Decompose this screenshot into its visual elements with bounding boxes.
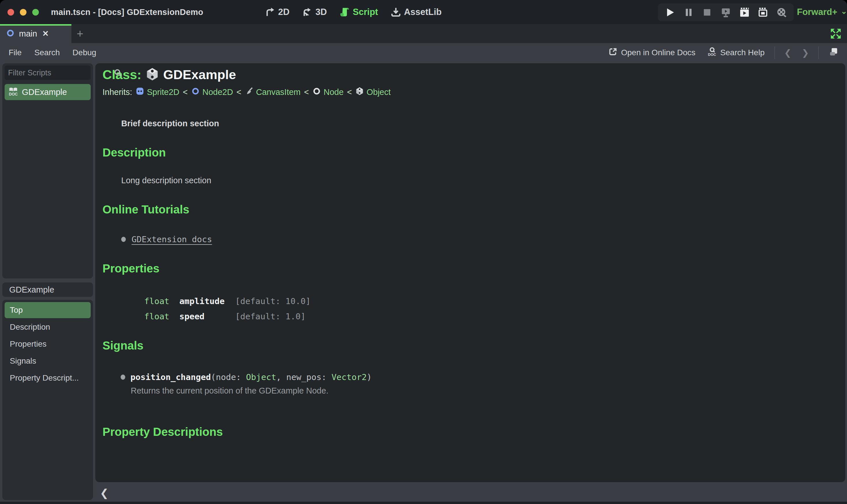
node2d-icon	[191, 87, 200, 97]
open-online-docs-button[interactable]: Open in Online Docs	[604, 47, 700, 58]
signal-args: )	[367, 372, 372, 382]
class-name: GDExample	[163, 67, 236, 82]
play-button[interactable]	[663, 6, 676, 19]
properties-table: float amplitude [default: 10.0] float sp…	[103, 296, 845, 321]
assetlib-icon	[391, 7, 401, 17]
inherits-link-canvasitem[interactable]: CanvasItem	[245, 87, 300, 97]
tab-3d-label: 3D	[315, 7, 327, 17]
bullet-icon	[121, 237, 126, 242]
script-list-panel: DOC GDExample	[2, 63, 93, 278]
collapse-panel-icon[interactable]: ❮	[100, 487, 108, 499]
inherits-name: Object	[366, 87, 391, 97]
inherits-separator: <	[236, 87, 241, 97]
section-item-signals[interactable]: Signals	[5, 353, 91, 369]
signal-arg-type-link[interactable]: Object	[246, 372, 276, 382]
title-bar: main.tscn - [Docs] GDExtensionDemo 2D 3D…	[0, 0, 847, 24]
section-item-top[interactable]: Top	[5, 302, 91, 318]
script-editor-menu-bar: File Search Debug Open in Online Docs DO…	[0, 43, 847, 62]
inherits-name: Node	[324, 87, 344, 97]
heading-property-descriptions: Property Descriptions	[103, 426, 845, 438]
zoom-window-button[interactable]	[32, 9, 39, 16]
svg-text:DOC: DOC	[9, 92, 18, 96]
filter-scripts-box	[5, 66, 91, 80]
inherits-link-node2d[interactable]: Node2D	[191, 87, 233, 97]
signal-description: Returns the current position of the GDEx…	[103, 386, 845, 396]
movie-maker-button[interactable]	[775, 6, 788, 19]
property-type-link[interactable]: float	[144, 296, 179, 306]
play-scene-button[interactable]	[738, 6, 751, 19]
search-help-button[interactable]: DOC Search Help	[703, 47, 769, 59]
filter-scripts-input[interactable]	[5, 69, 114, 77]
property-default: [default: 1.0]	[235, 311, 306, 321]
tab-3d[interactable]: 3D	[302, 7, 327, 17]
main-area: DOC GDExample GDExample Top Description …	[0, 62, 847, 504]
long-description: Long description section	[103, 176, 845, 185]
sprite2d-icon	[136, 87, 144, 97]
inherits-separator: <	[304, 87, 309, 97]
inherits-link-object[interactable]: Object	[355, 87, 391, 97]
play-remote-button[interactable]	[720, 6, 732, 19]
property-row: float amplitude [default: 10.0]	[144, 296, 845, 306]
doc-sections-panel: Top Description Properties Signals Prope…	[2, 300, 93, 500]
godot-editor-window: main.tscn - [Docs] GDExtensionDemo 2D 3D…	[0, 0, 847, 504]
scene-tab-bar: main ✕ +	[0, 24, 847, 43]
property-name-link[interactable]: amplitude	[179, 296, 235, 306]
menu-file[interactable]: File	[0, 48, 28, 57]
add-scene-tab-button[interactable]: +	[71, 24, 89, 43]
scene-tab-main[interactable]: main ✕	[0, 24, 71, 43]
menu-search[interactable]: Search	[28, 48, 66, 57]
gdextension-docs-link[interactable]: GDExtension docs	[132, 234, 212, 244]
macos-traffic-lights	[7, 9, 39, 16]
bullet-icon	[121, 375, 125, 380]
expand-editor-icon[interactable]	[829, 27, 842, 40]
external-link-icon	[608, 47, 618, 58]
divider	[818, 46, 819, 59]
property-row: float speed [default: 1.0]	[144, 311, 845, 321]
section-item-properties[interactable]: Properties	[5, 336, 91, 352]
section-item-description[interactable]: Description	[5, 319, 91, 335]
object-icon	[355, 87, 364, 97]
inherits-name: Sprite2D	[147, 87, 179, 97]
tutorial-link-row: GDExtension docs	[103, 234, 845, 244]
stop-button[interactable]	[701, 6, 713, 19]
pause-button[interactable]	[682, 6, 695, 19]
menu-debug[interactable]: Debug	[66, 48, 103, 57]
heading-description: Description	[103, 146, 845, 159]
script-icon	[340, 7, 350, 17]
brief-description: Brief description section	[103, 119, 845, 128]
minimize-window-button[interactable]	[20, 9, 27, 16]
tab-script[interactable]: Script	[340, 7, 378, 17]
tab-2d-label: 2D	[278, 7, 290, 17]
close-window-button[interactable]	[7, 9, 14, 16]
inherits-separator: <	[347, 87, 352, 97]
panels-icon	[829, 47, 839, 59]
tab-assetlib-label: AssetLib	[404, 7, 442, 17]
script-list-item-gdexample[interactable]: DOC GDExample	[5, 84, 91, 100]
section-item-property-descriptions[interactable]: Property Descript...	[5, 370, 91, 386]
inherits-link-sprite2d[interactable]: Sprite2D	[136, 87, 179, 97]
node-icon	[312, 87, 321, 97]
renderer-selector[interactable]: Forward+ ⌄	[797, 0, 847, 24]
inherits-label: Inherits:	[103, 87, 132, 97]
tab-assetlib[interactable]: AssetLib	[391, 7, 442, 17]
signal-arg-type-link[interactable]: Vector2	[331, 372, 366, 382]
close-tab-icon[interactable]: ✕	[42, 29, 49, 38]
inherits-link-node[interactable]: Node	[312, 87, 344, 97]
play-custom-scene-button[interactable]	[757, 6, 769, 19]
editor-context-switcher: 2D 3D Script AssetLib	[265, 0, 442, 24]
property-name-link[interactable]: speed	[179, 311, 235, 321]
toggle-scripts-panel-button[interactable]	[824, 47, 843, 59]
run-toolbar	[658, 3, 794, 21]
script-list-item-label: GDExample	[22, 87, 67, 97]
inherits-name: CanvasItem	[256, 87, 300, 97]
scripts-sidebar: DOC GDExample GDExample Top Description …	[2, 62, 93, 504]
heading-signals: Signals	[103, 339, 845, 352]
renderer-label: Forward+	[797, 7, 837, 17]
3d-icon	[302, 7, 313, 17]
property-type-link[interactable]: float	[144, 311, 179, 321]
tab-2d[interactable]: 2D	[265, 7, 290, 17]
history-forward-icon[interactable]: ❯	[798, 48, 813, 58]
history-back-icon[interactable]: ❮	[780, 48, 795, 58]
2d-icon	[265, 7, 275, 17]
signal-name: position_changed	[131, 372, 211, 382]
